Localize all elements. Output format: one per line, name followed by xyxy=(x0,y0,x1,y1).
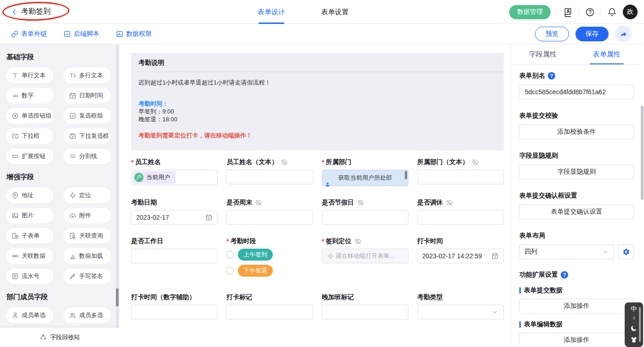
script-icon xyxy=(63,30,71,38)
help-circle-icon[interactable]: ? xyxy=(548,72,555,80)
help-circle-icon[interactable]: ? xyxy=(561,271,568,279)
sidebar-item-select[interactable]: 下拉框 xyxy=(6,128,53,144)
punch-num-input[interactable] xyxy=(131,305,218,319)
sidebar-item-address[interactable]: 地址 xyxy=(6,188,53,203)
chevron-down-icon xyxy=(602,248,609,256)
is-rest-input[interactable] xyxy=(417,210,504,225)
visibility-rules-button[interactable]: 字段显隐规则 xyxy=(519,165,634,179)
sidebar-item-attachment[interactable]: 附件 xyxy=(63,208,111,223)
sidebar-item-checkbox-group[interactable]: 复选框组 xyxy=(63,108,111,124)
required-asterisk: * xyxy=(322,238,324,245)
backend-script-button[interactable]: 后端脚本 xyxy=(63,30,99,38)
is-weekend-input[interactable] xyxy=(226,210,313,225)
is-holiday-input[interactable] xyxy=(322,210,408,225)
required-asterisk: * xyxy=(322,159,324,166)
svg-text:123: 123 xyxy=(12,94,18,97)
sidebar-item-member-multi[interactable]: 成员多选 xyxy=(63,307,111,323)
edit-data-heading: 表单编辑数据 xyxy=(519,320,634,329)
tab-form-settings[interactable]: 表单设置 xyxy=(321,0,349,24)
option-pill-morning: 上午签到 xyxy=(238,249,273,261)
radio-option-morning[interactable]: 上午签到 xyxy=(226,249,313,261)
divider xyxy=(601,8,601,16)
att-date-input[interactable]: 2023-02-17 xyxy=(131,210,218,225)
help-icon[interactable] xyxy=(585,7,595,17)
location-input[interactable]: 请在移动端打开表单... xyxy=(322,249,408,263)
dept-control[interactable]: 获取当前用户所处部 xyxy=(322,170,408,186)
punch-time-input[interactable]: 2023-02-17 14:22:59 xyxy=(417,249,504,263)
emp-name-text-input[interactable] xyxy=(226,170,313,184)
punch-mark-input[interactable] xyxy=(226,305,313,319)
dept-scrollbar-thumb xyxy=(405,171,407,179)
sidebar-item-related-data[interactable]: 关联数据 xyxy=(6,248,53,264)
divider-icon xyxy=(69,153,76,160)
sidebar-item-serial-number[interactable]: 流水号 xyxy=(6,268,53,284)
sidebar-item-related-query[interactable]: 关联查询 xyxy=(63,228,111,244)
submit-confirm-button[interactable]: 表单提交确认设置 xyxy=(519,205,634,219)
back-icon[interactable] xyxy=(10,8,18,16)
field-label: 是否调休 xyxy=(417,199,443,207)
sidebar-item-number[interactable]: 123数字 xyxy=(6,88,53,103)
tab-form-design[interactable]: 表单设计 xyxy=(258,0,285,24)
sidebar-item-image[interactable]: 图片 xyxy=(6,208,53,223)
field-label: 是否周末 xyxy=(226,199,252,207)
divider xyxy=(557,8,557,16)
is-workday-input[interactable] xyxy=(131,249,218,263)
save-button[interactable]: 保存 xyxy=(575,27,609,41)
field-dept: *所属部门 获取当前用户所处部 xyxy=(322,158,408,186)
add-check-condition-button[interactable]: 添加校验条件 xyxy=(519,125,634,139)
locate-icon xyxy=(327,253,334,259)
notice-time-line: 早签到：9:00 xyxy=(138,108,496,115)
sidebar-item-datetime[interactable]: 日期时间 xyxy=(63,88,111,103)
basic-fields-grid: 单行文本 多行文本 123数字 日期时间 单选按钮组 复选框组 下拉框 下拉复选… xyxy=(0,68,120,164)
tab-form-properties[interactable]: 表单属性 xyxy=(575,44,639,64)
sidebar-item-divider[interactable]: 分割线 xyxy=(63,148,111,164)
calendar-icon[interactable] xyxy=(205,214,213,221)
notice-warning: 考勤签到需要定位打卡，请在移动端操作！ xyxy=(138,131,496,139)
accent-bar xyxy=(519,287,521,294)
field-label: 是否节假日 xyxy=(322,199,354,207)
submit-data-add-button[interactable]: 添加操作 xyxy=(519,299,634,313)
image-icon xyxy=(12,212,19,219)
data-manage-button[interactable]: 数据管理 xyxy=(509,5,551,19)
sidebar-scrollbar-thumb[interactable] xyxy=(116,288,119,307)
calendar-icon[interactable] xyxy=(491,252,499,260)
sidebar-item-multiselect[interactable]: 下拉复选框 xyxy=(63,128,111,144)
sidebar-item-data-load[interactable]: 数据加载 xyxy=(63,248,111,264)
sidebar-item-single-text[interactable]: 单行文本 xyxy=(6,68,53,83)
external-link-button[interactable]: 表单外链 xyxy=(11,30,47,38)
layout-select[interactable]: 四列 xyxy=(519,245,614,259)
field-recycle-bin[interactable]: 字段回收站 xyxy=(0,328,120,347)
notification-bell-icon[interactable] xyxy=(607,7,617,17)
current-user-tag[interactable]: 户 当前用户 xyxy=(132,171,176,184)
contact-book-icon[interactable] xyxy=(563,7,573,17)
tab-field-properties[interactable]: 字段属性 xyxy=(511,44,575,64)
form-alias-input[interactable] xyxy=(519,85,634,99)
window-scrollbar-thumb[interactable] xyxy=(641,106,644,200)
sidebar-item-locate[interactable]: 定位 xyxy=(63,188,111,203)
share-button[interactable] xyxy=(615,26,632,42)
sidebar-item-multi-text[interactable]: 多行文本 xyxy=(63,68,111,83)
sidebar-item-subform[interactable]: 子表单 xyxy=(6,228,53,244)
radio-option-afternoon[interactable]: 下午签退 xyxy=(226,265,313,277)
user-circle-icon: 户 xyxy=(134,173,144,182)
overtime-mark-input[interactable] xyxy=(322,305,408,319)
attendance-notice-block[interactable]: 考勤说明 迟到超过1小时或者早退超过1小时请走请假流程！ 考勤时间： 早签到：9… xyxy=(131,53,504,150)
field-label: 打卡时间 xyxy=(417,237,443,245)
radio-circle[interactable] xyxy=(226,267,234,274)
avatar[interactable]: 政 xyxy=(623,5,638,19)
sidebar-item-extend-button[interactable]: 扩展按钮 xyxy=(6,148,53,164)
data-permission-button[interactable]: 数据权限 xyxy=(116,30,152,38)
edit-data-add-button[interactable]: 添加操作 xyxy=(519,333,634,347)
dept-text-input[interactable] xyxy=(417,170,504,184)
sidebar-item-signature[interactable]: 手写签名 xyxy=(63,268,111,284)
theme-shirt-icon[interactable] xyxy=(630,336,638,343)
language-toggle-icon[interactable]: 中 xyxy=(631,306,637,312)
layout-settings-button[interactable] xyxy=(618,245,634,259)
att-type-select[interactable] xyxy=(417,305,504,319)
radio-circle[interactable] xyxy=(226,251,234,258)
preview-button[interactable]: 预览 xyxy=(535,27,569,41)
emp-name-control[interactable]: 户 当前用户 xyxy=(131,170,218,185)
sidebar-item-member-single[interactable]: 成员单选 xyxy=(6,307,53,323)
sidebar-item-radio-group[interactable]: 单选按钮组 xyxy=(6,108,53,124)
dark-mode-moon-icon[interactable] xyxy=(630,324,638,332)
